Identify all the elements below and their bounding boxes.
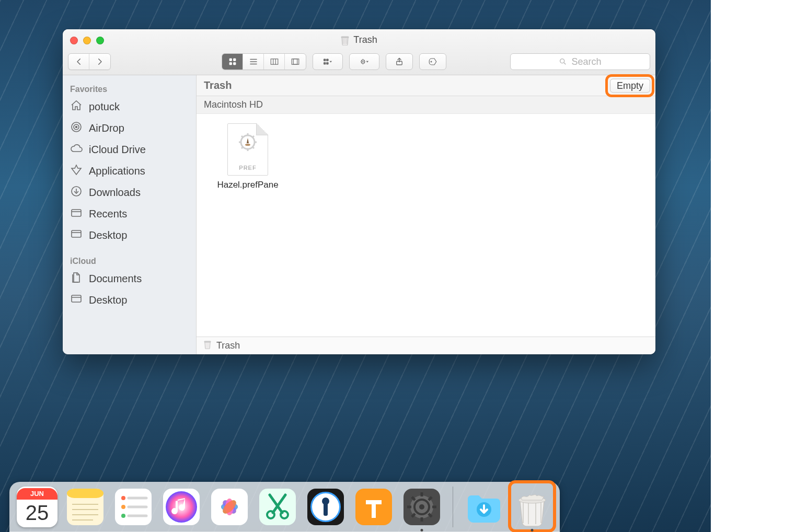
sidebar-item-icloud-drive[interactable]: iCloud Drive	[63, 139, 196, 160]
svg-point-25	[245, 144, 250, 146]
forward-button[interactable]	[89, 54, 110, 70]
search-field[interactable]: Search	[510, 53, 650, 70]
sidebar-item-documents[interactable]: Documents	[63, 268, 196, 290]
volume-label: Macintosh HD	[204, 99, 263, 110]
applications-icon	[70, 164, 83, 179]
dock-area: JUN 25	[0, 469, 807, 532]
cloud-icon	[70, 142, 83, 157]
tags-button[interactable]	[419, 53, 446, 70]
svg-rect-28	[67, 489, 103, 498]
location-label: Trash	[204, 79, 232, 91]
sidebar-item-desktop-icloud[interactable]: Desktop	[63, 290, 196, 311]
dock-trash-icon[interactable]	[512, 487, 552, 527]
desktop-icon	[70, 228, 83, 243]
svg-rect-9	[324, 62, 326, 64]
back-button[interactable]	[68, 54, 89, 70]
sidebar-item-downloads[interactable]: Downloads	[63, 182, 196, 203]
share-button[interactable]	[386, 53, 413, 70]
dock-downloads-folder-icon[interactable]	[464, 487, 504, 527]
sidebar-item-label: Recents	[89, 208, 127, 220]
sidebar-item-label: Desktop	[89, 294, 127, 306]
home-icon	[70, 99, 83, 114]
sidebar-item-home[interactable]: potuck	[63, 96, 196, 118]
column-view-button[interactable]	[264, 54, 285, 70]
svg-rect-3	[229, 63, 232, 65]
nav-back-forward	[68, 53, 111, 70]
dock-separator	[453, 487, 453, 527]
svg-rect-11	[326, 62, 328, 64]
dock-screenshot-icon[interactable]	[257, 487, 298, 527]
svg-rect-4	[233, 63, 236, 65]
search-placeholder: Search	[571, 56, 601, 67]
titlebar: Trash	[63, 29, 655, 75]
dock-tweetbot-icon[interactable]	[353, 487, 394, 527]
svg-point-15	[431, 61, 432, 62]
file-item[interactable]: PREF Hazel.prefPane	[211, 123, 284, 190]
sidebar[interactable]: Favorites potuck AirDrop iCloud Drive Ap…	[63, 75, 197, 354]
dock-itunes-icon[interactable]	[161, 487, 202, 527]
calendar-month: JUN	[17, 488, 57, 500]
documents-icon	[70, 271, 83, 286]
empty-trash-button[interactable]: Empty	[610, 78, 650, 92]
sidebar-item-desktop[interactable]: Desktop	[63, 225, 196, 246]
crop-edge	[711, 0, 807, 532]
sidebar-item-applications[interactable]: Applications	[63, 160, 196, 182]
svg-point-56	[419, 504, 424, 510]
content-area: Trash Empty Macintosh HD	[197, 75, 655, 354]
svg-rect-2	[233, 59, 236, 61]
sidebar-item-recents[interactable]: Recents	[63, 203, 196, 225]
svg-point-31	[121, 505, 125, 509]
running-indicator	[531, 529, 534, 531]
dock: JUN 25	[9, 482, 560, 532]
file-grid[interactable]: PREF Hazel.prefPane	[197, 114, 655, 337]
dock-photos-icon[interactable]	[209, 487, 250, 527]
trash-icon	[341, 35, 349, 45]
svg-rect-6	[292, 59, 299, 65]
dock-reminders-icon[interactable]	[113, 487, 154, 527]
dock-calendar-icon[interactable]: JUN 25	[17, 487, 57, 527]
sidebar-item-label: AirDrop	[89, 122, 124, 134]
icon-view-button[interactable]	[222, 54, 243, 70]
svg-rect-22	[72, 230, 81, 237]
sidebar-header-icloud: iCloud	[63, 253, 196, 268]
finder-window: Trash	[63, 29, 655, 354]
gallery-view-button[interactable]	[285, 54, 306, 70]
dock-notes-icon[interactable]	[65, 487, 106, 527]
path-label: Trash	[216, 340, 240, 351]
dock-1password-icon[interactable]	[305, 487, 346, 527]
sidebar-item-label: Downloads	[89, 187, 141, 199]
path-bar[interactable]: Trash	[197, 337, 655, 354]
sidebar-item-airdrop[interactable]: AirDrop	[63, 118, 196, 139]
airdrop-icon	[70, 121, 83, 136]
group-by-button[interactable]	[313, 53, 343, 70]
action-menu-button[interactable]	[349, 53, 379, 70]
svg-rect-5	[271, 59, 278, 65]
volume-header: Macintosh HD	[197, 96, 655, 114]
calendar-day: 25	[26, 500, 49, 526]
sidebar-item-label: Desktop	[89, 229, 127, 241]
sidebar-item-label: Documents	[89, 273, 142, 285]
prefpane-file-icon: PREF	[227, 123, 268, 176]
desktop-icon	[70, 293, 83, 308]
download-icon	[70, 185, 83, 200]
file-badge: PREF	[228, 165, 268, 171]
svg-rect-26	[204, 341, 211, 342]
list-view-button[interactable]	[243, 54, 264, 70]
sidebar-header-favorites: Favorites	[63, 82, 196, 96]
location-bar: Trash Empty	[197, 75, 655, 96]
dock-system-preferences-icon[interactable]	[401, 487, 442, 527]
svg-rect-1	[229, 59, 232, 61]
svg-rect-0	[341, 37, 349, 38]
svg-point-19	[76, 126, 77, 128]
svg-rect-8	[324, 59, 326, 61]
svg-rect-7	[293, 59, 297, 65]
svg-point-30	[121, 496, 125, 500]
trash-icon	[204, 340, 211, 352]
svg-rect-23	[72, 295, 81, 302]
sidebar-item-label: potuck	[89, 101, 120, 113]
svg-point-16	[560, 59, 564, 63]
svg-rect-51	[324, 502, 328, 516]
window-title-text: Trash	[353, 34, 377, 45]
running-indicator	[421, 529, 423, 531]
toolbar: Search	[68, 51, 650, 72]
